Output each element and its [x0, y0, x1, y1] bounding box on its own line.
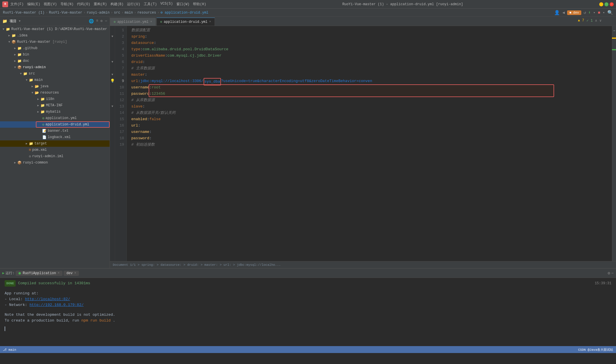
- tree-item-i18n[interactable]: ▶ 📁 i18n: [0, 96, 110, 102]
- menu-edit[interactable]: 编辑(E): [27, 2, 40, 7]
- tree-item-application-yml[interactable]: ▶ ⚙ application.yml: [0, 115, 110, 121]
- expand-icon[interactable]: ∧: [595, 18, 597, 23]
- cursor-line[interactable]: [5, 326, 611, 331]
- right-scrollbar[interactable]: −: [612, 26, 616, 261]
- key-text: url: [131, 78, 138, 84]
- maximize-button[interactable]: □: [604, 2, 608, 6]
- toolbar-btn[interactable]: ◀: [562, 10, 565, 15]
- menu-code[interactable]: 代码(O): [77, 2, 90, 7]
- tree-label: application.yml: [45, 116, 77, 120]
- sidebar-minus-icon[interactable]: −: [105, 19, 107, 24]
- tree-item-ruoyi-common[interactable]: ▶ 📦 ruoyi-common: [0, 159, 110, 166]
- breadcrumb-item[interactable]: RuoYi-Vue-master (1): [3, 11, 45, 15]
- sidebar-gear-icon[interactable]: ⚙: [100, 19, 102, 24]
- tree-item-pom[interactable]: ▶ m pom.xml: [0, 147, 110, 153]
- tab-close-btn[interactable]: ×: [150, 20, 152, 23]
- sidebar-globe-icon[interactable]: 🌐: [89, 19, 94, 24]
- sidebar-list-icon[interactable]: ≡: [96, 19, 98, 24]
- menu-nav[interactable]: 导航(N): [60, 2, 74, 7]
- tree-item-meta-inf[interactable]: ▶ 📁 META-INF: [0, 102, 110, 109]
- tree-item-doc[interactable]: ▶ 📁 doc: [0, 58, 110, 64]
- close-button[interactable]: ×: [610, 2, 614, 6]
- code-editor[interactable]: 数据源配置 spring: datasource: type: com.alib…: [127, 26, 612, 261]
- colon-text: :: [145, 72, 147, 78]
- breadcrumb-item[interactable]: RuoYi-Vue-master: [49, 11, 82, 15]
- colon-text: :: [165, 53, 167, 59]
- minimize-button[interactable]: −: [599, 2, 603, 6]
- git-branch-icon[interactable]: ⎇ main: [3, 348, 16, 352]
- tree-item-mybatis[interactable]: ▶ 📁 mybatis: [0, 109, 110, 115]
- tree-item-resources[interactable]: ▼ 📂 resources: [0, 90, 110, 96]
- tree-item-banner[interactable]: ▶ 📝 banner.txt: [0, 128, 110, 134]
- toolbar-btn[interactable]: ■ dev: [567, 10, 581, 15]
- menu-tools[interactable]: 工具(T): [144, 2, 157, 7]
- gutter-fold-row[interactable]: ▼: [110, 59, 115, 65]
- run-dot-icon: [19, 272, 21, 274]
- toolbar-btn[interactable]: ↺: [584, 10, 586, 15]
- gutter-fold-row[interactable]: ▼: [110, 72, 115, 78]
- tree-item-java[interactable]: ▶ 📂 java: [0, 83, 110, 90]
- tree-item-ruoyi-admin[interactable]: ▼ 📦 ruoyi-admin: [0, 64, 110, 70]
- value-text: 123456: [152, 91, 165, 97]
- gutter-fold-row[interactable]: ▼: [110, 103, 115, 110]
- menu-window[interactable]: 窗口(W): [176, 2, 190, 7]
- menu-file[interactable]: 文件(F): [10, 2, 24, 7]
- breadcrumb-item[interactable]: ruoyi-admin: [87, 11, 110, 15]
- spacer-line: [5, 308, 611, 312]
- value-text: com.alibaba.druid.pool.DruidDataSource: [143, 46, 228, 53]
- gutter-fold-row[interactable]: ▼: [110, 34, 115, 40]
- expand-down-icon[interactable]: ∨: [600, 18, 602, 23]
- tree-item-application-druid-yml[interactable]: ▶ ⚙ application-druid.yml: [0, 121, 110, 128]
- tree-item-main[interactable]: ▼ 📁 main: [0, 77, 110, 83]
- gutter-row: [110, 129, 115, 135]
- line-num: 6: [115, 59, 126, 65]
- panel-minus-icon[interactable]: −: [611, 271, 614, 276]
- fold-arrow-icon: ▼: [111, 34, 113, 40]
- toolbar-btn[interactable]: ⬇: [588, 10, 591, 15]
- menu-view[interactable]: 视图(V): [44, 2, 57, 7]
- bottom-tab-run-label[interactable]: 运行:: [5, 271, 14, 276]
- colon-text: :: [149, 91, 152, 97]
- tree-item-github[interactable]: ▶ 📁 .github: [0, 45, 110, 51]
- breadcrumb-item[interactable]: main: [125, 11, 133, 15]
- menu-bar[interactable]: 文件(F) 编辑(E) 视图(V) 导航(N) 代码(O) 重构(R) 构建(B…: [10, 2, 206, 7]
- tree-item-target[interactable]: ▶ 📁 target: [0, 140, 110, 147]
- toolbar-btn[interactable]: 👤: [554, 10, 560, 16]
- tree-label: logback.xml: [48, 135, 71, 139]
- tree-item-ruoyi-admin-iml[interactable]: ▶ ⚙ ruoyi-admin.iml: [0, 153, 110, 159]
- tree-item-src[interactable]: ▼ 📁 src: [0, 70, 110, 77]
- tree-item-ruoyi-vue-master[interactable]: ▼ 📦 RuoYi-Vue-master [ruoyi]: [0, 39, 110, 45]
- breadcrumb-item[interactable]: resources: [137, 11, 156, 15]
- search-icon[interactable]: 🔍: [607, 10, 613, 16]
- tab-ruoyi-application[interactable]: RuoYiApplication ×: [16, 271, 62, 276]
- tab-application-druid-yml[interactable]: ⚙ application-druid.yml ×: [156, 18, 215, 26]
- tab-dev[interactable]: dev ×: [64, 271, 79, 276]
- tree-item-bin[interactable]: ▶ 📁 bin: [0, 51, 110, 58]
- tree-item-idea[interactable]: ▶ 📁 .idea: [0, 32, 110, 39]
- toolbar-btn[interactable]: ▪: [593, 10, 595, 15]
- tab-label: RuoYiApplication: [23, 271, 56, 275]
- settings-gear-icon[interactable]: ⚙: [608, 271, 610, 276]
- menu-vcs[interactable]: VCS(S): [160, 2, 173, 7]
- menu-refactor[interactable]: 重构(R): [94, 2, 107, 7]
- tab-application-yml[interactable]: ⚙ application.yml ×: [110, 18, 156, 26]
- sidebar-dropdown-icon[interactable]: ▼: [19, 20, 21, 23]
- breadcrumb-item[interactable]: ⚙ application-druid.yml: [161, 10, 209, 15]
- local-line: - Local: http://localhost:82/: [5, 296, 611, 302]
- title-bar: R 文件(F) 编辑(E) 视图(V) 导航(N) 代码(O) 重构(R) 构建…: [0, 0, 616, 9]
- tab-close-icon[interactable]: ×: [74, 272, 76, 275]
- tree-item-logback[interactable]: ▶ 📄 logback.xml: [0, 134, 110, 140]
- local-url-link[interactable]: http://localhost:82/: [25, 296, 70, 302]
- gutter-bulb-row[interactable]: 💡: [110, 78, 115, 84]
- menu-help[interactable]: 帮助(H): [193, 2, 206, 7]
- breadcrumb-item[interactable]: src: [114, 11, 120, 15]
- tab-close-btn[interactable]: ×: [209, 20, 211, 23]
- tab-close-icon[interactable]: ×: [58, 272, 60, 275]
- network-url-link[interactable]: http://192.168.0.179:82/: [29, 302, 84, 308]
- toolbar-btn[interactable]: ■: [598, 10, 600, 15]
- window-controls[interactable]: − □ ×: [599, 2, 614, 6]
- tree-item-root[interactable]: ▼ 📁 RuoYi-Vue-master (1) D:\ADMIN\RuoYi-…: [0, 26, 110, 32]
- menu-build[interactable]: 构建(B): [110, 2, 124, 7]
- toolbar-btn[interactable]: ▪: [603, 10, 605, 15]
- menu-run[interactable]: 运行(U): [127, 2, 140, 7]
